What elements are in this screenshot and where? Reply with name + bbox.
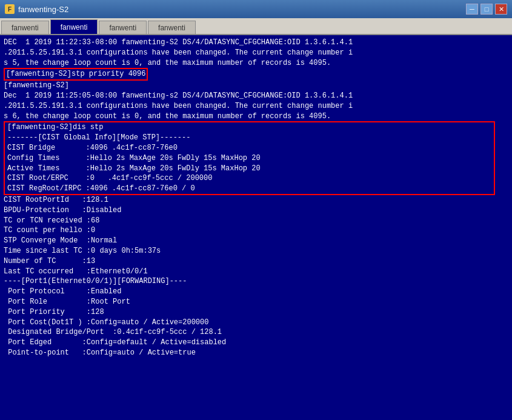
highlighted-command: [fanwenting-S2]stp priority 4096 [4,68,148,81]
terminal-line: CIST Bridge :4096 .4c1f-cc87-76e0 [7,143,491,153]
terminal-line: BPDU-Protection :Disabled [4,205,500,216]
terminal-line: Last TC occurred :Ethernet0/0/1 [4,267,500,277]
tab-3[interactable]: fanwenti [99,21,147,34]
terminal-line: Active Times :Hello 2s MaxAge 20s FwDly … [7,164,491,174]
close-button[interactable]: ✕ [495,4,507,15]
terminal-line: CIST RootPortId :128.1 [4,195,500,205]
terminal-line: [fanwenting-S2]dis stp [7,122,491,133]
tab-1[interactable]: fanwenti [1,21,49,34]
terminal-line: Dec 1 2019 11:25:05-08:00 fanwenting-s2 … [4,91,500,101]
minimize-button[interactable]: ─ [466,4,478,15]
terminal-line: ----[Port1(Ethernet0/0/1)][FORWARDING]--… [4,276,500,287]
terminal-line: Port Cost(Dot1T ) :Config=auto / Active=… [4,318,500,328]
title-bar: F fanwenting-S2 ─ □ ✕ [0,0,512,18]
terminal-line: Number of TC :13 [4,256,500,267]
terminal-line: Port Protocol :Enabled [4,287,500,297]
app-icon: F [5,4,15,14]
terminal-line: Config Times :Hello 2s MaxAge 20s FwDly … [7,153,491,164]
terminal-line: .2011.5.25.191.3.1 configurations have b… [4,101,500,112]
window-title: fanwenting-S2 [18,5,466,14]
terminal-line: TC count per hello :0 [4,225,500,236]
terminal-line: .2011.5.25.191.3.1 configurations have b… [4,48,500,58]
terminal-line: CIST RegRoot/IRPC :4096 .4c1f-cc87-76e0 … [7,184,491,194]
terminal-line: TC or TCN received :68 [4,216,500,226]
tab-bar: fanwenti fanwenti fanwenti fanwenti [0,18,512,35]
terminal-line: [fanwenting-S2] [4,81,500,91]
terminal-content[interactable]: DEC 1 2019 11:22:33-08:00 fanwenting-S2 … [4,38,508,418]
terminal-line: s 5, the change loop count is 0, and the… [4,58,500,68]
terminal-line: s 6, the change loop count is 0, and the… [4,112,500,122]
tab-4[interactable]: fanwenti [148,21,196,34]
window-controls: ─ □ ✕ [466,4,507,15]
terminal-line: STP Converge Mode :Normal [4,236,500,246]
terminal-line: CIST Root/ERPC :0 .4c1f-cc9f-5ccc / 2000… [7,173,491,184]
terminal-line: Port Priority :128 [4,307,500,318]
terminal-line: Designated Bridge/Port :0.4c1f-cc9f-5ccc… [4,327,500,338]
tab-2[interactable]: fanwenti [50,19,98,34]
terminal-line: Port Role :Root Port [4,297,500,307]
terminal-line: -------[CIST Global Info][Mode STP]-----… [7,133,491,143]
terminal-line: Time since last TC :0 days 0h:5m:37s [4,246,500,256]
maximize-button[interactable]: □ [480,4,493,15]
terminal-line: Port Edged :Config=default / Active=disa… [4,338,500,348]
highlighted-block: [fanwenting-S2]dis stp-------[CIST Globa… [4,121,495,195]
terminal-line: DEC 1 2019 11:22:33-08:00 fanwenting-S2 … [4,38,500,48]
terminal-area: DEC 1 2019 11:22:33-08:00 fanwenting-S2 … [0,35,512,420]
terminal-line: Point-to-point :Config=auto / Active=tru… [4,348,500,358]
